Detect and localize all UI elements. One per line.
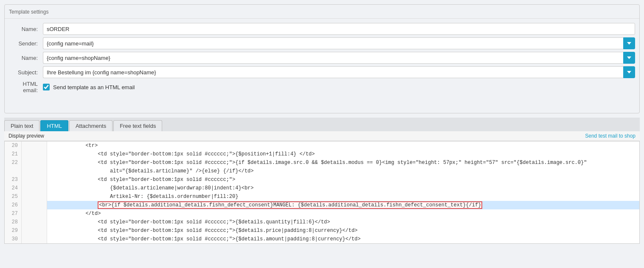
display-preview-link[interactable]: Display preview: [8, 133, 44, 139]
sender-name-row: Name:: [5, 52, 639, 64]
line-code-25: Artikel-Nr: {$details.ordernumber|fill:2…: [47, 192, 639, 201]
line-gutter-30: [22, 235, 47, 243]
sender-input[interactable]: [43, 37, 623, 49]
preview-bar: Display preview Send test mail to shop: [4, 131, 640, 141]
line-code-30: <td style="border-bottom:1px solid #cccc…: [47, 235, 639, 243]
line-code-22: <td style="border-bottom:1px solid #cccc…: [47, 158, 639, 167]
code-line-21: 21 <td style="border-bottom:1px solid #c…: [5, 150, 639, 158]
line-code-23: <td style="border-bottom:1px solid #cccc…: [47, 175, 639, 184]
code-editor[interactable]: 20 <tr> 21 <td style="border-bottom:1px …: [4, 141, 640, 244]
line-gutter-22: [22, 158, 47, 167]
section-title: Template settings: [5, 9, 639, 19]
tab-attachments[interactable]: Attachments: [69, 120, 112, 131]
html-email-wrapper: Send template as an HTML email: [43, 84, 135, 90]
code-line-25: 25 Artikel-Nr: {$details.ordernumber|fil…: [5, 192, 639, 201]
subject-row: Subject:: [5, 66, 639, 78]
sender-name-input[interactable]: [43, 52, 623, 64]
line-num-27: 27: [5, 209, 22, 218]
sender-name-label: Name:: [9, 55, 43, 61]
line-code-24: {$details.articlename|wordwrap:80|indent…: [47, 184, 639, 192]
line-num-24: 24: [5, 184, 22, 192]
code-line-29: 29 <td style="border-bottom:1px solid #c…: [5, 226, 639, 235]
line-num-22: 22: [5, 158, 22, 167]
line-num-30: 30: [5, 235, 22, 243]
line-code-28: <td style="border-bottom:1px solid #cccc…: [47, 218, 639, 226]
line-num-26: 26: [5, 201, 22, 209]
sender-label: Sender:: [9, 40, 43, 47]
code-line-28: 28 <td style="border-bottom:1px solid #c…: [5, 218, 639, 226]
line-gutter-29: [22, 226, 47, 235]
line-gutter-22b: [22, 167, 47, 175]
line-gutter-24: [22, 184, 47, 192]
name-input[interactable]: [43, 23, 635, 35]
html-email-checkbox[interactable]: [43, 84, 50, 90]
line-gutter-20: [22, 141, 47, 150]
html-email-text: Send template as an HTML email: [53, 84, 135, 90]
sender-indicator[interactable]: [623, 37, 635, 49]
line-num-23: 23: [5, 175, 22, 184]
html-email-label: HTML email:: [9, 81, 43, 93]
code-line-22b: alt="{$details.articlname}" />{else} {/i…: [5, 167, 639, 175]
sender-input-wrapper: [43, 37, 635, 49]
subject-label: Subject:: [9, 69, 43, 76]
line-code-22b: alt="{$details.articlname}" />{else} {/i…: [47, 167, 639, 175]
code-line-24: 24 {$details.articlename|wordwrap:80|ind…: [5, 184, 639, 192]
line-num-20: 20: [5, 141, 22, 150]
tab-html[interactable]: HTML: [40, 120, 68, 131]
sender-name-input-wrapper: [43, 52, 635, 64]
line-code-21: <td style="border-bottom:1px solid #cccc…: [47, 150, 639, 158]
subject-input[interactable]: [43, 66, 623, 78]
html-email-row: HTML email: Send template as an HTML ema…: [5, 81, 639, 93]
name-row: Name:: [5, 23, 639, 35]
subject-input-wrapper: [43, 66, 635, 78]
line-gutter-27: [22, 209, 47, 218]
line-code-26: <br>{if $details.additional_details.fish…: [47, 201, 639, 209]
code-line-22: 22 <td style="border-bottom:1px solid #c…: [5, 158, 639, 167]
subject-indicator[interactable]: [623, 66, 635, 78]
tabs-bar: Plain text HTML Attachments Free text fi…: [4, 118, 640, 131]
line-gutter-26: [22, 201, 47, 209]
code-line-27: 27 </td>: [5, 209, 639, 218]
tabs-area: Plain text HTML Attachments Free text fi…: [4, 118, 640, 244]
sender-name-indicator[interactable]: [623, 52, 635, 64]
line-num-25: 25: [5, 192, 22, 201]
sender-row: Sender:: [5, 37, 639, 49]
line-num-22b: [5, 167, 22, 175]
code-line-26: 26 <br>{if $details.additional_details.f…: [5, 201, 639, 209]
template-settings-section: Template settings Name: Sender: Name: Su…: [0, 4, 644, 113]
line-gutter-23: [22, 175, 47, 184]
line-code-20: <tr>: [47, 141, 639, 150]
code-line-23: 23 <td style="border-bottom:1px solid #c…: [5, 175, 639, 184]
line-num-29: 29: [5, 226, 22, 235]
highlighted-code-26: <br>{if $details.additional_details.fish…: [98, 201, 482, 209]
line-code-29: <td style="border-bottom:1px solid #cccc…: [47, 226, 639, 235]
line-num-28: 28: [5, 218, 22, 226]
tab-plain-text[interactable]: Plain text: [4, 120, 39, 131]
line-gutter-25: [22, 192, 47, 201]
name-label: Name:: [9, 26, 43, 32]
tab-free-text-fields[interactable]: Free text fields: [113, 120, 162, 131]
line-num-21: 21: [5, 150, 22, 158]
line-gutter-28: [22, 218, 47, 226]
send-test-mail-link[interactable]: Send test mail to shop: [585, 133, 636, 139]
line-code-27: </td>: [47, 209, 639, 218]
line-gutter-21: [22, 150, 47, 158]
code-line-20: 20 <tr>: [5, 141, 639, 150]
code-line-30: 30 <td style="border-bottom:1px solid #c…: [5, 235, 639, 243]
